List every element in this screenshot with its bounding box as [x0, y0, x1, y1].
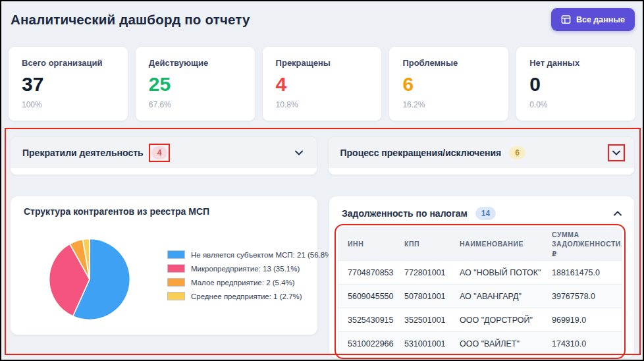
cell-name: АО "НОВЫЙ ПОТОК" — [450, 268, 543, 277]
chevron-up-icon[interactable] — [612, 208, 624, 219]
column-header-inn: ИНН — [338, 239, 395, 248]
stat-card: Действующие 25 67.6% — [135, 46, 255, 121]
stat-card-label: Проблемные — [402, 58, 495, 68]
chevron-annotation — [612, 208, 624, 219]
chevron-down-icon[interactable] — [293, 147, 305, 159]
table-grid-icon — [561, 14, 571, 24]
stat-card-value: 25 — [149, 74, 242, 94]
accordion-body-collapsed — [329, 168, 635, 175]
accordion-section: Прекратили деятельность 4 — [10, 136, 317, 175]
cell-sum: 39767578.0 — [543, 292, 622, 301]
cell-name: АО "АВАНГАРД" — [450, 292, 543, 301]
column-header-sum: СУММА ЗАДОЛЖЕННОСТИ, ₽ — [543, 230, 622, 258]
all-data-button[interactable]: Все данные — [551, 8, 635, 31]
tax-debt-header[interactable]: Задолженность по налогам 14 — [342, 204, 624, 223]
pie-legend: Не является субъектом МСП: 21 (56.8%) Ми… — [167, 250, 334, 306]
cell-kpp: 772801001 — [395, 268, 450, 277]
legend-label: Не является субъектом МСП: 21 (56.8%) — [191, 251, 334, 259]
cell-name: ООО "ВАЙЛЕТ" — [450, 339, 543, 348]
cell-sum: 188161475.0 — [543, 268, 622, 277]
accordion-body-collapsed — [11, 168, 317, 175]
chevron-down-icon[interactable] — [610, 147, 622, 159]
table-row: 3525430915 352501001 ООО "ДОРСТРОЙ" 9699… — [338, 308, 622, 331]
cell-inn: 5310022966 — [338, 339, 395, 348]
bottom-row: Структура контрагентов из реестра МСП Не… — [10, 196, 635, 358]
cell-kpp: 531001001 — [395, 339, 450, 348]
accordion-title: Прекратили деятельность — [22, 148, 144, 158]
legend-swatch — [167, 250, 185, 259]
pie-chart-title: Структура контрагентов из реестра МСП — [24, 206, 209, 217]
cell-sum: 969919.0 — [543, 316, 622, 325]
stat-card-percent: 100% — [22, 100, 115, 109]
stat-card-value: 0 — [529, 74, 622, 94]
stat-card-value: 6 — [402, 74, 495, 94]
stat-card: Проблемные 6 16.2% — [389, 46, 509, 121]
cell-inn: 7704870853 — [338, 268, 395, 277]
tax-debt-table: ИНН КПП НАИМЕНОВАНИЕ СУММА ЗАДОЛЖЕННОСТИ… — [338, 227, 622, 356]
dashboard-screen: Аналитический дашборд по отчету Все данн… — [0, 0, 644, 361]
tax-debt-title: Задолженность по налогам — [342, 208, 468, 219]
legend-swatch — [167, 292, 185, 300]
count-badge: 14 — [475, 207, 496, 220]
cell-inn: 3525430915 — [338, 316, 395, 325]
stat-cards-row: Всего организаций 37 100% Действующие 25… — [8, 46, 636, 121]
legend-item[interactable]: Среднее предприятие: 1 (2.7%) — [167, 292, 334, 300]
stat-card: Всего организаций 37 100% — [8, 46, 128, 121]
legend-item[interactable]: Не является субъектом МСП: 21 (56.8%) — [167, 250, 334, 259]
cell-name: ООО "ДОРСТРОЙ" — [450, 316, 543, 325]
table-header-row: ИНН КПП НАИМЕНОВАНИЕ СУММА ЗАДОЛЖЕННОСТИ… — [338, 228, 622, 260]
stat-card-label: Прекращены — [276, 58, 369, 68]
accordion-row: Прекратили деятельность 4 Процесс прекра… — [10, 136, 635, 175]
stat-card-label: Всего организаций — [22, 58, 115, 68]
stat-card-percent: 10.8% — [276, 100, 369, 109]
accordion-header[interactable]: Прекратили деятельность 4 — [11, 137, 317, 168]
legend-label: Микропредприятие: 13 (35.1%) — [191, 265, 300, 273]
cell-sum: 174310.0 — [543, 339, 622, 348]
stat-card-value: 37 — [22, 74, 115, 94]
count-badge: 4 — [151, 146, 168, 159]
legend-swatch — [167, 278, 185, 287]
column-header-kpp: КПП — [395, 239, 450, 248]
pie-chart — [47, 237, 132, 321]
legend-swatch — [167, 264, 185, 273]
stat-card: Прекращены 4 10.8% — [262, 46, 383, 121]
msp-structure-card: Структура контрагентов из реестра МСП Не… — [10, 196, 318, 335]
column-header-name: НАИМЕНОВАНИЕ — [450, 239, 543, 248]
stat-card-percent: 67.6% — [149, 100, 242, 109]
page-title: Аналитический дашборд по отчету — [11, 12, 250, 28]
accordion-title: Процесс прекращения/исключения — [340, 148, 502, 158]
table-row: 7704870853 772801001 АО "НОВЫЙ ПОТОК" 18… — [338, 260, 622, 284]
accordion-header[interactable]: Процесс прекращения/исключения 6 — [329, 137, 635, 168]
legend-item[interactable]: Малое предприятие: 2 (5.4%) — [167, 278, 334, 287]
table-row: 5609045550 507801001 АО "АВАНГАРД" 39767… — [338, 284, 622, 308]
accordion-section: Процесс прекращения/исключения 6 — [328, 136, 635, 175]
stat-card-value: 4 — [276, 74, 369, 94]
tax-debt-card: Задолженность по налогам 14 ИНН КПП НАИМ… — [329, 196, 635, 358]
stat-card-label: Действующие — [149, 58, 242, 68]
table-row: 5310022966 531001001 ООО "ВАЙЛЕТ" 174310… — [338, 331, 622, 355]
all-data-button-label: Все данные — [576, 15, 625, 24]
stat-card-label: Нет данных — [529, 58, 622, 68]
legend-item[interactable]: Микропредприятие: 13 (35.1%) — [167, 264, 334, 273]
page-header: Аналитический дашборд по отчету Все данн… — [1, 1, 643, 42]
legend-label: Малое предприятие: 2 (5.4%) — [191, 279, 295, 287]
stat-card-percent: 0.0% — [529, 100, 622, 109]
stat-card-percent: 16.2% — [402, 100, 495, 109]
stat-card: Нет данных 0 0.0% — [516, 46, 636, 121]
cell-kpp: 352501001 — [395, 316, 450, 325]
cell-kpp: 507801001 — [395, 292, 450, 301]
count-badge: 6 — [509, 146, 525, 159]
cell-inn: 5609045550 — [338, 292, 395, 301]
legend-label: Среднее предприятие: 1 (2.7%) — [191, 292, 302, 300]
